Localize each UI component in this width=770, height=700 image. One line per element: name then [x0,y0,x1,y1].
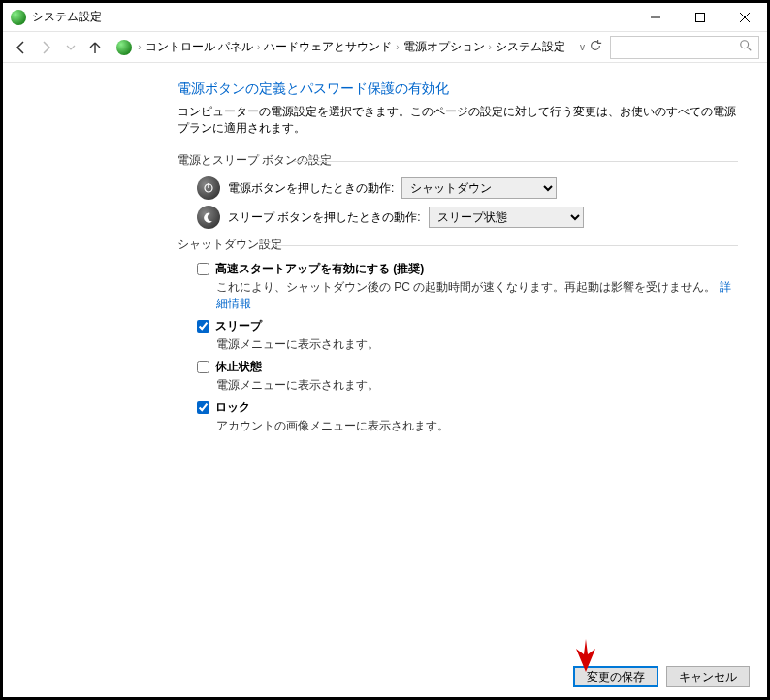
forward-button[interactable] [36,36,57,59]
chevron-down-icon[interactable]: v [580,42,585,52]
hibernate-checkbox[interactable]: 休止状態 [197,359,738,375]
minimize-button[interactable] [633,3,678,31]
page-title: 電源ボタンの定義とパスワード保護の有効化 [177,80,738,98]
sleep-checkbox[interactable]: スリープ [197,318,738,334]
chevron-right-icon: › [138,42,141,52]
breadcrumb-item[interactable]: コントロール パネル [145,39,253,55]
refresh-icon[interactable] [589,39,602,55]
fast-startup-label: 高速スタートアップを有効にする (推奨) [215,261,424,277]
breadcrumb-item[interactable]: 電源オプション [403,39,485,55]
breadcrumb-item[interactable]: システム設定 [496,39,565,55]
lock-label: ロック [215,399,250,416]
sleep-button-label: スリープ ボタンを押したときの動作: [228,209,421,226]
navbar: › コントロール パネル › ハードウェアとサウンド › 電源オプション › シ… [3,32,767,63]
sleep-label: スリープ [215,318,262,334]
page-description: コンピューターの電源設定を選択できます。このページの設定に対して行う変更は、お使… [177,104,738,137]
sleep-button-action-select[interactable]: スリープ状態 [429,207,584,228]
app-icon [11,10,26,25]
group-label-power-buttons: 電源とスリープ ボタンの設定 [177,152,738,169]
sleep-item: スリープ [197,318,738,334]
titlebar: システム設定 [3,3,767,32]
power-button-row: 電源ボタンを押したときの動作: シャットダウン [197,176,738,200]
breadcrumb-item[interactable]: ハードウェアとサウンド [264,39,392,55]
group-label-shutdown: シャットダウン設定 [177,237,738,253]
hibernate-checkbox-input[interactable] [197,361,209,373]
lock-desc: アカウントの画像メニューに表示されます。 [216,418,738,434]
power-button-action-select[interactable]: シャットダウン [401,177,557,199]
fast-startup-item: 高速スタートアップを有効にする (推奨) [197,261,738,277]
hibernate-item: 休止状態 [197,359,738,375]
close-button[interactable] [722,3,767,31]
svg-line-5 [748,48,752,51]
svg-point-4 [741,41,749,48]
svg-rect-1 [696,13,705,21]
fast-startup-checkbox[interactable]: 高速スタートアップを有効にする (推奨) [197,261,738,277]
sleep-icon [197,206,220,229]
window-title: システム設定 [32,9,102,25]
cancel-button[interactable]: キャンセル [666,666,750,687]
sleep-desc: 電源メニューに表示されます。 [216,336,738,353]
power-icon [197,176,220,200]
search-icon [739,39,753,55]
power-button-label: 電源ボタンを押したときの動作: [228,180,394,197]
recent-dropdown[interactable] [60,36,81,59]
fast-startup-checkbox-input[interactable] [197,263,209,275]
lock-checkbox[interactable]: ロック [197,399,738,416]
sleep-checkbox-input[interactable] [197,320,209,333]
window: システム設定 › コントロー [0,0,770,700]
lock-item: ロック [197,399,738,416]
sleep-button-row: スリープ ボタンを押したときの動作: スリープ状態 [197,206,738,229]
search-input[interactable] [610,36,759,59]
back-button[interactable] [11,36,32,59]
fast-startup-desc: これにより、シャットダウン後の PC の起動時間が速くなります。再起動は影響を受… [216,279,738,312]
hibernate-label: 休止状態 [215,359,262,375]
breadcrumb-icon [116,40,132,55]
up-button[interactable] [85,36,107,59]
hibernate-desc: 電源メニューに表示されます。 [216,377,738,394]
lock-checkbox-input[interactable] [197,401,209,414]
content-area: 電源ボタンの定義とパスワード保護の有効化 コンピューターの電源設定を選択できます… [3,63,767,656]
breadcrumb[interactable]: › コントロール パネル › ハードウェアとサウンド › 電源オプション › シ… [110,36,572,59]
window-controls [633,3,767,31]
chevron-right-icon: › [257,42,260,52]
chevron-right-icon: › [489,42,492,52]
save-button[interactable]: 変更の保存 [573,666,658,687]
footer: 変更の保存 キャンセル [3,656,767,697]
maximize-button[interactable] [678,3,722,31]
chevron-right-icon: › [396,42,399,52]
